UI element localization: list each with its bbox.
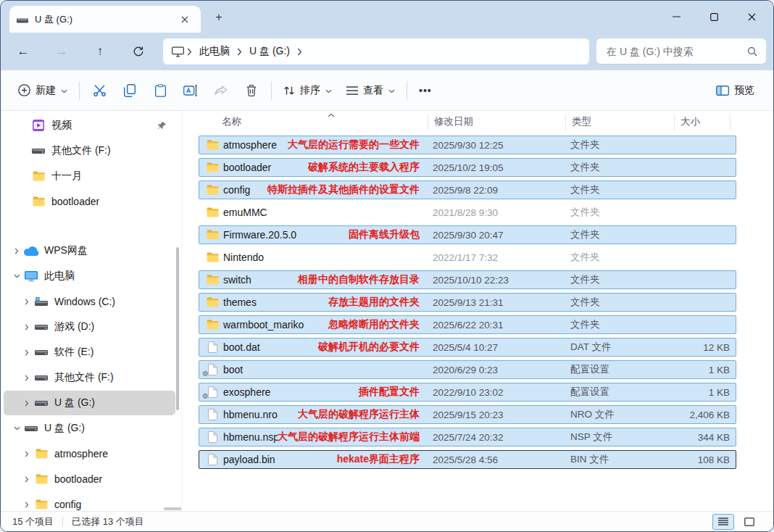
chevron-right-icon[interactable] <box>21 502 33 508</box>
sidebar-item-label: U 盘 (G:) <box>44 422 85 435</box>
sidebar-item-视频[interactable]: 视频 <box>4 113 175 138</box>
delete-button[interactable] <box>236 77 267 104</box>
sidebar-item-此电脑[interactable]: 此电脑 <box>4 264 175 288</box>
view-button[interactable]: 查看 <box>339 77 402 104</box>
maximize-button[interactable] <box>695 1 733 33</box>
chevron-down-icon[interactable] <box>11 274 22 278</box>
search-box[interactable] <box>596 38 766 65</box>
sidebar-item-atmosphere[interactable]: atmosphere <box>4 441 175 466</box>
chevron-right-icon[interactable] <box>21 349 33 356</box>
chevron-right-icon[interactable] <box>21 476 33 483</box>
sidebar-item-label: atmosphere <box>54 448 108 460</box>
large-icons-view-button[interactable] <box>738 514 760 530</box>
search-input[interactable] <box>596 46 747 57</box>
tab-close-icon[interactable] <box>176 11 194 28</box>
sidebar-item-wps网盘[interactable]: WPS网盘 <box>4 238 175 263</box>
sidebar-vertical-scrollbar[interactable] <box>176 247 179 410</box>
sort-button[interactable]: 排序 <box>276 77 339 104</box>
chevron-right-icon[interactable] <box>21 299 33 305</box>
file-row-boot.dat[interactable]: boot.dat破解机开机的必要文件2025/5/4 10:27DAT 文件12… <box>199 338 736 357</box>
cut-button[interactable] <box>84 77 115 104</box>
column-size[interactable]: 大小 <box>674 114 731 130</box>
sidebar-item-其他文件-f-[interactable]: 其他文件 (F:) <box>4 365 175 390</box>
sidebar-item-bootloader[interactable]: bootloader <box>4 189 175 214</box>
drive-icon <box>17 13 28 26</box>
file-row-themes[interactable]: themes存放主题用的文件夹2025/9/13 21:31文件夹 <box>199 293 736 312</box>
breadcrumb-this-pc[interactable]: 此电脑 <box>194 43 236 60</box>
file-row-atmosphere[interactable]: atmosphere大气层的运行需要的一些文件2025/9/30 12:25文件… <box>199 136 736 154</box>
column-date-modified[interactable]: 修改日期 <box>428 114 565 130</box>
file-row-emuMMC[interactable]: emuMMC2021/8/28 9:30文件夹 <box>199 203 736 222</box>
breadcrumb-u-drive[interactable]: U 盘 (G:) <box>244 43 296 60</box>
column-type[interactable]: 类型 <box>565 114 674 130</box>
back-button[interactable]: ← <box>9 38 37 65</box>
new-button[interactable]: 新建 <box>11 77 75 104</box>
close-button[interactable] <box>733 1 770 33</box>
selected-count: 已选择 13 个项目 <box>72 515 144 528</box>
file-row-Firmware.20.5.0[interactable]: Firmware.20.5.0固件离线升级包2025/9/30 20:47文件夹 <box>199 225 736 244</box>
sidebar-item-bootloader[interactable]: bootloader <box>4 467 175 491</box>
address-bar[interactable]: 此电脑 U 盘 (G:) <box>163 38 589 65</box>
file-row-hbmenu.nro[interactable]: hbmenu.nro大气层的破解程序运行主体2025/9/15 20:23NRO… <box>199 405 736 424</box>
file-name: themes <box>221 296 328 308</box>
file-row-bootloader[interactable]: bootloader破解系统的主要载入程序2025/10/2 19:05文件夹 <box>199 158 736 177</box>
drive-icon <box>33 325 50 330</box>
folder-icon <box>204 230 221 240</box>
file-date-modified: 2025/9/30 12:25 <box>427 140 565 151</box>
folder-icon <box>204 140 221 150</box>
file-name: boot.dat <box>221 341 318 353</box>
chevron-right-icon[interactable] <box>21 451 33 457</box>
file-row-config[interactable]: config特斯拉插件及其他插件的设置文件2025/9/8 22:09文件夹 <box>199 180 736 199</box>
sidebar-item-u-盘-g-[interactable]: U 盘 (G:) <box>4 391 175 415</box>
sidebar-item-windows-c-[interactable]: Windows (C:) <box>4 289 175 314</box>
more-options-button[interactable]: ••• <box>412 77 439 104</box>
file-name: switch <box>221 274 298 286</box>
file-row-hbmenu.nsp[interactable]: hbmenu.nsp大气层的破解程序运行主体前端2025/7/24 20:32N… <box>199 428 736 446</box>
rename-button[interactable] <box>175 77 206 104</box>
up-button[interactable]: ↑ <box>86 38 114 65</box>
chevron-right-icon[interactable] <box>21 375 33 381</box>
sidebar-item-十一月[interactable]: 十一月 <box>4 164 175 188</box>
rename-icon <box>183 85 198 96</box>
chevron-down-icon <box>388 89 395 93</box>
file-rows: atmosphere大气层的运行需要的一些文件2025/9/30 12:25文件… <box>182 136 773 469</box>
file-row-switch[interactable]: switch相册中的自制软件存放目录2025/10/10 22:23文件夹 <box>199 270 736 289</box>
minimize-button[interactable] <box>657 1 695 33</box>
sidebar-item-u-盘-g-[interactable]: U 盘 (G:) <box>4 416 175 441</box>
folder-icon <box>204 297 221 307</box>
chevron-down-icon[interactable] <box>11 426 22 431</box>
chevron-right-icon[interactable] <box>21 400 33 407</box>
sidebar-item-其他文件-f-[interactable]: 其他文件 (F:) <box>4 138 175 163</box>
file-row-exosphere[interactable]: ⚙exosphere插件配置文件2022/9/10 23:02配置设置1 KB <box>199 383 736 402</box>
refresh-button[interactable] <box>125 38 152 65</box>
sidebar-item-label: 其他文件 (F:) <box>54 371 114 384</box>
file-type: 文件夹 <box>565 206 673 219</box>
sidebar-item-label: 十一月 <box>51 170 82 183</box>
paste-button[interactable] <box>145 77 175 104</box>
preview-button[interactable]: 预览 <box>709 77 762 104</box>
command-bar: 新建 <box>1 70 773 111</box>
this-pc-icon[interactable] <box>172 46 184 57</box>
sidebar-item-游戏-d-[interactable]: 游戏 (D:) <box>4 315 175 339</box>
chevron-right-icon[interactable] <box>21 324 33 331</box>
chevron-right-icon[interactable] <box>11 248 22 254</box>
annotation-text: 大气层的运行需要的一些文件 <box>288 138 420 151</box>
sidebar-horizontal-scrollbar[interactable] <box>164 507 182 510</box>
share-button[interactable] <box>206 77 236 104</box>
item-count: 15 个项目 <box>12 515 54 528</box>
new-tab-button[interactable]: + <box>209 9 228 25</box>
copy-button[interactable] <box>115 77 145 104</box>
column-name[interactable]: 名称 <box>220 114 428 130</box>
details-view-button[interactable] <box>712 514 734 530</box>
file-row-payload.bin[interactable]: payload.binhekate界面主程序2025/5/28 4:56BIN … <box>199 450 736 469</box>
file-row-warmboot_mariko[interactable]: warmboot_mariko忽略熔断用的文件夹2025/6/22 20:31文… <box>199 315 736 334</box>
file-row-Nintendo[interactable]: Nintendo2022/1/17 7:32文件夹 <box>199 248 736 267</box>
sidebar-item-config[interactable]: config <box>4 492 175 511</box>
annotation-text: 特斯拉插件及其他插件的设置文件 <box>267 183 420 196</box>
forward-button[interactable]: → <box>48 38 75 65</box>
file-row-boot[interactable]: ⚙boot2020/6/29 0:23配置设置1 KB <box>199 360 736 379</box>
sidebar-item-label: 游戏 (D:) <box>54 320 94 333</box>
sidebar-item-软件-e-[interactable]: 软件 (E:) <box>4 340 175 365</box>
view-lines-icon <box>346 86 358 95</box>
tab-u-drive[interactable]: U 盘 (G:) <box>9 6 201 33</box>
